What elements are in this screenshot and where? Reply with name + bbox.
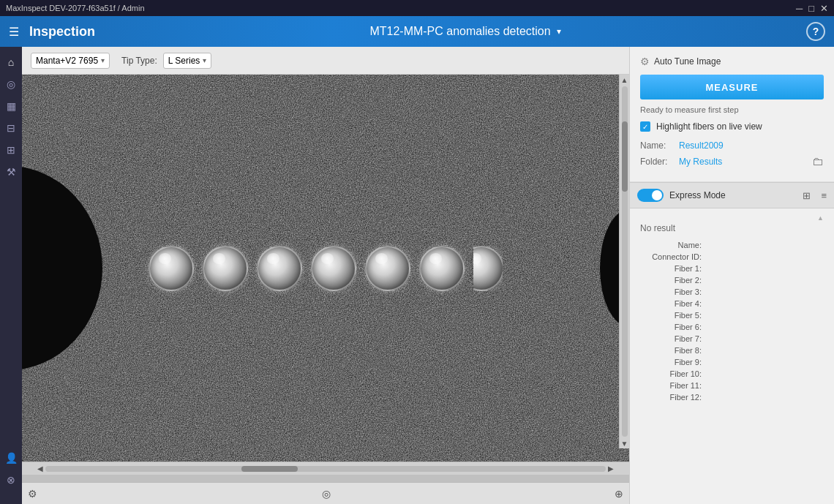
fiber-7-partial: [473, 246, 503, 291]
result-label-11: Fiber 9:: [640, 358, 706, 366]
result-label-9: Fiber 7:: [640, 334, 706, 343]
sidebar-item-home[interactable]: ⌂: [1, 53, 20, 72]
tip-type-arrow: ▾: [203, 56, 206, 64]
page-title-container: MT12-MM-PC anomalies detection ▾: [124, 25, 806, 38]
measure-button[interactable]: MEASURE: [640, 75, 824, 99]
name-value[interactable]: Result2009: [679, 140, 824, 151]
result-label-8: Fiber 6:: [640, 323, 706, 331]
fiber-5: [365, 246, 410, 291]
result-label-3: Fiber 1:: [640, 264, 706, 273]
page-title: MT12-MM-PC anomalies detection: [369, 25, 550, 38]
panel-top: ⚙ Auto Tune Image MEASURE Ready to measu…: [630, 47, 834, 182]
result-field-3: Fiber 1:: [640, 264, 824, 273]
vertical-scrollbar[interactable]: ▲ ▼: [619, 75, 629, 448]
bottom-left-icon[interactable]: ⚙: [28, 488, 37, 500]
result-label-12: Fiber 10:: [640, 369, 706, 378]
fiber-3: [257, 246, 302, 291]
name-label: Name:: [640, 140, 673, 151]
result-field-11: Fiber 9:: [640, 358, 824, 366]
close-button[interactable]: ✕: [820, 3, 828, 14]
result-field-8: Fiber 6:: [640, 323, 824, 331]
result-field-1: Name:: [640, 241, 824, 249]
tip-type-value: L Series: [168, 56, 200, 66]
panel-bottom: Express Mode ⊞ ≡ ▲ No result Name: Conne…: [630, 182, 834, 504]
title-bar: MaxInspect DEV-2077-f63a51f / Admin ─ □ …: [0, 0, 834, 16]
bottom-bar: ⚙ ◎ ⊕: [22, 482, 629, 504]
sidebar-item-image[interactable]: ⊞: [1, 140, 20, 159]
tip-type-dropdown[interactable]: L Series ▾: [163, 53, 212, 69]
folder-label: Folder:: [640, 157, 673, 167]
result-label-13: Fiber 11:: [640, 381, 706, 390]
app-title: Inspection: [29, 24, 95, 40]
fiber-4: [311, 246, 356, 291]
no-result-text: No result: [640, 223, 824, 233]
panel-bottom-content[interactable]: ▲ No result Name: Connector ID: Fiber 1:…: [630, 208, 834, 504]
result-field-7: Fiber 5:: [640, 311, 824, 320]
h-scrollbar-track[interactable]: [45, 466, 606, 472]
help-button[interactable]: ?: [806, 22, 825, 41]
device-dropdown[interactable]: Manta+V2 7695 ▾: [31, 53, 110, 69]
horizontal-scrollbar[interactable]: ◀ ▶: [22, 462, 629, 475]
title-bar-controls: ─ □ ✕: [796, 3, 828, 14]
highlight-label: Highlight fibers on live view: [656, 121, 762, 132]
tip-type-label: Tip Type:: [121, 56, 157, 66]
bottom-center-icon[interactable]: ◎: [322, 488, 331, 500]
sidebar-item-circle[interactable]: ◎: [1, 75, 20, 94]
auto-tune-row: ⚙ Auto Tune Image: [640, 56, 824, 67]
fiber-1: [149, 246, 194, 291]
result-label-4: Fiber 2:: [640, 276, 706, 285]
hamburger-icon[interactable]: ☰: [9, 25, 19, 39]
express-mode-toggle[interactable]: [637, 189, 664, 202]
image-viewport[interactable]: ▲ ▼: [22, 75, 629, 462]
folder-value[interactable]: My Results: [679, 157, 806, 167]
express-mode-label: Express Mode: [669, 190, 797, 200]
auto-tune-label: Auto Tune Image: [654, 56, 721, 67]
result-field-2: Connector ID:: [640, 252, 824, 261]
express-expand-icon[interactable]: ⊞: [803, 190, 811, 201]
minimize-button[interactable]: ─: [796, 3, 803, 14]
result-field-4: Fiber 2:: [640, 276, 824, 285]
ready-text: Ready to measure first step: [640, 105, 824, 114]
result-field-13: Fiber 11:: [640, 381, 824, 390]
result-label-5: Fiber 3:: [640, 287, 706, 296]
image-viewport-container: ▲ ▼ ◀ ▶: [22, 75, 629, 482]
result-label-1: Name:: [640, 241, 706, 249]
folder-icon[interactable]: 🗀: [812, 155, 824, 168]
sidebar-item-tools[interactable]: ⚒: [1, 162, 20, 181]
sidebar-item-circle2[interactable]: ⊗: [1, 470, 20, 489]
main-layout: ⌂ ◎ ▦ ⊟ ⊞ ⚒ 👤 ⊗ Manta+V2 7695 ▾ Tip Type…: [0, 47, 834, 504]
content-area: Manta+V2 7695 ▾ Tip Type: L Series ▾: [22, 47, 629, 504]
v-scrollbar-thumb[interactable]: [622, 121, 628, 192]
result-label-10: Fiber 8:: [640, 346, 706, 355]
scroll-up-button[interactable]: ▲: [620, 75, 630, 85]
sidebar-item-filter[interactable]: ⊟: [1, 119, 20, 138]
sidebar-item-chart[interactable]: ▦: [1, 97, 20, 116]
express-menu-icon[interactable]: ≡: [821, 190, 827, 201]
scroll-left-button[interactable]: ◀: [35, 464, 45, 474]
highlight-checkbox[interactable]: [640, 121, 650, 132]
fiber-6: [419, 246, 465, 291]
auto-tune-icon: ⚙: [640, 56, 650, 67]
highlight-row: Highlight fibers on live view: [640, 121, 824, 132]
maximize-button[interactable]: □: [808, 3, 814, 14]
fiber-2: [203, 246, 248, 291]
sidebar-item-users[interactable]: 👤: [1, 448, 20, 467]
sidebar: ⌂ ◎ ▦ ⊟ ⊞ ⚒ 👤 ⊗: [0, 47, 22, 504]
v-scrollbar-track[interactable]: [622, 86, 628, 437]
result-label-7: Fiber 5:: [640, 311, 706, 320]
folder-row: Folder: My Results 🗀: [640, 155, 824, 168]
right-panel: ⚙ Auto Tune Image MEASURE Ready to measu…: [629, 47, 834, 504]
result-field-6: Fiber 4:: [640, 299, 824, 308]
scroll-down-button[interactable]: ▼: [620, 438, 630, 448]
result-field-12: Fiber 10:: [640, 369, 824, 378]
result-field-5: Fiber 3:: [640, 287, 824, 296]
result-fields-container: Name: Connector ID: Fiber 1: Fiber 2: Fi…: [640, 241, 824, 402]
result-label-2: Connector ID:: [640, 252, 706, 261]
page-dropdown-icon[interactable]: ▾: [557, 26, 561, 37]
fiber-7: [473, 246, 503, 291]
express-mode-header: Express Mode ⊞ ≡: [630, 182, 834, 208]
bottom-right-icon[interactable]: ⊕: [615, 488, 623, 500]
app-header: ☰ Inspection MT12-MM-PC anomalies detect…: [0, 16, 834, 47]
scroll-right-button[interactable]: ▶: [606, 464, 616, 474]
h-scrollbar-thumb[interactable]: [241, 466, 298, 472]
